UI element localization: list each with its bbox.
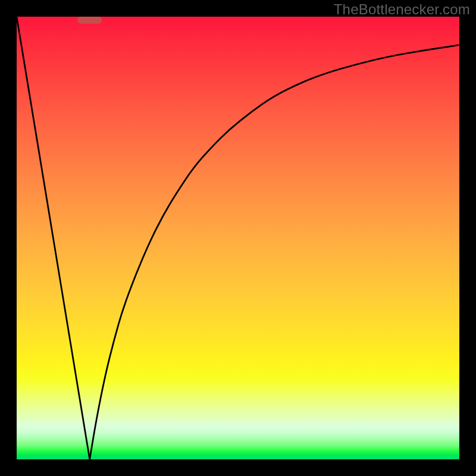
watermark-text: TheBottlenecker.com	[334, 1, 470, 18]
chart-frame: TheBottlenecker.com	[0, 0, 476, 476]
optimal-marker	[17, 17, 459, 459]
marker-pill	[77, 17, 102, 24]
plot-area	[17, 17, 459, 459]
